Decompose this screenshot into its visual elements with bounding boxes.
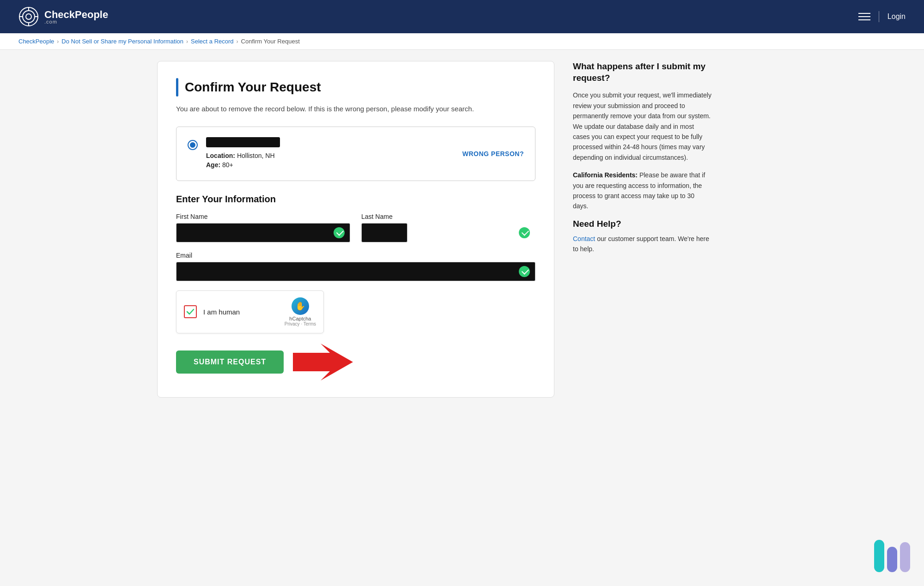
submit-button[interactable]: SUBMIT REQUEST (176, 350, 284, 374)
main-layout: Confirm Your Request You are about to re… (139, 50, 785, 409)
sidebar-heading: What happens after I submit my request? (573, 61, 711, 84)
first-name-group: First Name (176, 213, 350, 242)
last-name-label: Last Name (361, 213, 535, 220)
breadcrumb-sep-2: › (186, 38, 188, 45)
hcaptcha-logo: ✋ (292, 297, 309, 315)
record-left: Location: Holliston, NH Age: 80+ (188, 137, 280, 170)
breadcrumb-sep-1: › (57, 38, 59, 45)
breadcrumb-sep-3: › (237, 38, 238, 45)
right-panel: What happens after I submit my request? … (554, 61, 711, 261)
email-label: Email (176, 252, 535, 259)
first-name-check-icon (334, 227, 345, 238)
captcha-terms-link[interactable]: Terms (304, 321, 316, 326)
submit-area: SUBMIT REQUEST (176, 344, 535, 381)
california-label: California Residents: (573, 171, 638, 179)
record-location: Location: Holliston, NH (206, 152, 280, 159)
breadcrumb-current: Confirm Your Request (241, 38, 300, 45)
captcha-brand: hCaptcha (289, 316, 311, 321)
contact-link[interactable]: Contact (573, 235, 595, 242)
email-input[interactable] (176, 262, 535, 281)
last-name-group: Last Name (361, 213, 535, 242)
login-button[interactable]: Login (888, 12, 906, 21)
email-wrapper (176, 262, 535, 281)
breadcrumb-do-not-sell[interactable]: Do Not Sell or Share my Personal Informa… (61, 38, 183, 45)
captcha-label: I am human (203, 308, 278, 316)
svg-marker-7 (293, 344, 353, 381)
red-arrow-icon (293, 344, 353, 381)
breadcrumb-home[interactable]: CheckPeople (18, 38, 54, 45)
left-panel: Confirm Your Request You are about to re… (157, 61, 554, 398)
location-value: Holliston, NH (237, 152, 275, 159)
help-text: Contact our customer support team. We're… (573, 234, 711, 254)
captcha-widget[interactable]: I am human ✋ hCaptcha Privacy · Terms (176, 290, 324, 333)
hamburger-menu-icon[interactable] (858, 13, 870, 20)
last-name-wrapper (361, 223, 535, 242)
svg-point-2 (26, 14, 31, 19)
help-heading: Need Help? (573, 219, 711, 229)
record-info: Location: Holliston, NH Age: 80+ (206, 137, 280, 170)
site-header: CheckPeople .com Login (0, 0, 924, 33)
breadcrumb: CheckPeople › Do Not Sell or Share my Pe… (0, 33, 924, 50)
captcha-check-svg (186, 308, 195, 316)
record-name-redacted (206, 137, 280, 147)
page-subtitle: You are about to remove the record below… (176, 104, 535, 115)
first-name-label: First Name (176, 213, 350, 220)
record-card: Location: Holliston, NH Age: 80+ WRONG P… (176, 127, 535, 181)
logo-icon (18, 6, 39, 27)
age-label: Age: (206, 161, 220, 169)
email-check-icon (519, 266, 530, 277)
page-title: Confirm Your Request (185, 80, 321, 95)
location-label: Location: (206, 152, 235, 159)
first-name-wrapper (176, 223, 350, 242)
wrong-person-link[interactable]: WRONG PERSON? (462, 150, 524, 157)
first-name-input[interactable] (176, 223, 350, 242)
captcha-privacy-link[interactable]: Privacy (285, 321, 300, 326)
title-accent-bar (176, 78, 178, 97)
sidebar-california: California Residents: Please be aware th… (573, 170, 711, 211)
record-radio[interactable] (188, 140, 198, 150)
last-name-input[interactable] (361, 223, 407, 242)
name-row: First Name Last Name (176, 213, 535, 242)
email-group: Email (176, 252, 535, 281)
breadcrumb-select-record[interactable]: Select a Record (191, 38, 234, 45)
captcha-logo-area: ✋ hCaptcha Privacy · Terms (285, 297, 316, 326)
last-name-check-icon (519, 227, 530, 238)
record-age: Age: 80+ (206, 161, 280, 169)
radio-inner (190, 142, 195, 148)
logo[interactable]: CheckPeople .com (18, 6, 108, 27)
header-right: Login (858, 11, 906, 22)
title-area: Confirm Your Request (176, 78, 535, 97)
sidebar-body1: Once you submit your request, we'll imme… (573, 90, 711, 163)
age-value: 80+ (222, 161, 233, 169)
captcha-checkbox[interactable] (184, 305, 197, 318)
form-section-title: Enter Your Information (176, 194, 535, 205)
svg-point-1 (23, 11, 35, 23)
captcha-links: Privacy · Terms (285, 321, 316, 326)
header-divider (879, 11, 879, 22)
